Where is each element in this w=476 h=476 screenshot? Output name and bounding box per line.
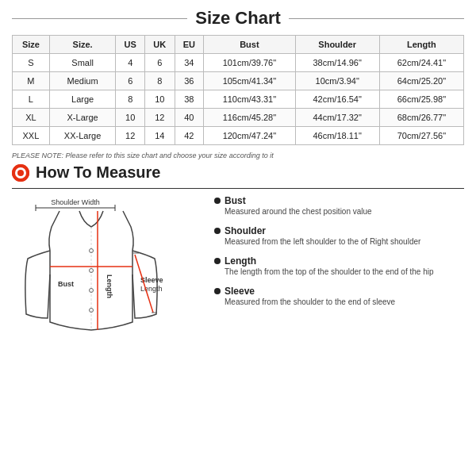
table-cell: 68cm/26.77": [379, 109, 463, 127]
table-cell: Large: [49, 90, 116, 109]
measurement-title-text: Shoulder: [225, 225, 266, 236]
table-row: XXLXX-Large121442120cm/47.24"46cm/18.11"…: [13, 127, 464, 145]
measurement-title: Shoulder: [214, 225, 464, 236]
table-row: XLX-Large101240116cm/45.28"44cm/17.32"68…: [13, 109, 464, 127]
how-icon: [12, 164, 29, 182]
table-header: US: [116, 36, 145, 54]
measurement-title-text: Bust: [225, 195, 246, 206]
table-cell: 40: [175, 109, 204, 127]
measurement-title: Length: [214, 255, 464, 267]
measurement-item: Bust Measured around the chest position …: [214, 195, 464, 217]
measurement-item: Sleeve Measured from the shoulder to the…: [214, 286, 464, 308]
table-cell: 36: [175, 72, 204, 90]
bullet-icon: [214, 198, 221, 204]
measurements-list: Bust Measured around the chest position …: [210, 195, 464, 388]
table-row: SSmall4634101cm/39.76"38cm/14.96"62cm/24…: [13, 54, 464, 72]
size-table: SizeSize.USUKEUBustShoulderLength SSmall…: [12, 35, 464, 145]
table-cell: 66cm/25.98": [379, 90, 463, 109]
table-cell: 46cm/18.11": [295, 127, 379, 145]
table-cell: 34: [175, 54, 204, 72]
table-row: LLarge81038110cm/43.31"42cm/16.54"66cm/2…: [13, 90, 464, 109]
bottom-section: Shoulder Width: [12, 195, 464, 388]
diagram-svg: Shoulder Width: [12, 195, 202, 386]
measurement-desc: Measured from the left shoulder to the o…: [225, 236, 464, 248]
table-cell: 38cm/14.96": [295, 54, 379, 72]
table-cell: 105cm/41.34": [204, 72, 295, 90]
title-line-right: [289, 18, 464, 19]
table-cell: 12: [116, 127, 145, 145]
svg-point-2: [17, 170, 24, 176]
table-cell: 10: [116, 109, 145, 127]
table-cell: 6: [116, 72, 145, 90]
table-cell: 42cm/16.54": [295, 90, 379, 109]
table-header-row: SizeSize.USUKEUBustShoulderLength: [13, 36, 464, 54]
measurement-title-text: Length: [225, 255, 256, 267]
table-cell: XL: [13, 109, 50, 127]
bullet-icon: [214, 228, 221, 234]
table-cell: 4: [116, 54, 145, 72]
table-cell: 110cm/43.31": [204, 90, 295, 109]
table-cell: 62cm/24.41": [379, 54, 463, 72]
table-cell: Medium: [49, 72, 116, 90]
table-cell: 42: [175, 127, 204, 145]
shoulder-width-label: Shoulder Width: [51, 198, 100, 206]
table-cell: 64cm/25.20": [379, 72, 463, 90]
diagram: Shoulder Width: [12, 195, 202, 388]
measurement-desc: The length from the top of the shoulder …: [225, 267, 464, 278]
measurement-desc: Measured around the chest position value: [225, 206, 464, 217]
measurement-item: Shoulder Measured from the left shoulder…: [214, 225, 464, 248]
note-text: PLEASE NOTE: Please refer to this size c…: [12, 152, 464, 159]
length-label: Length: [106, 274, 113, 298]
title-section: Size Chart: [12, 8, 464, 29]
table-cell: 10cm/3.94": [295, 72, 379, 90]
bullet-icon: [214, 258, 221, 264]
table-cell: 10: [145, 90, 175, 109]
table-header: Shoulder: [295, 36, 379, 54]
table-cell: 38: [175, 90, 204, 109]
measurement-title-text: Sleeve: [225, 286, 255, 297]
measurement-title: Bust: [214, 195, 464, 206]
table-cell: XX-Large: [49, 127, 116, 145]
table-cell: 101cm/39.76": [204, 54, 295, 72]
table-header: Size.: [49, 36, 116, 54]
table-cell: 6: [145, 54, 175, 72]
bullet-icon: [214, 288, 221, 294]
table-cell: 8: [116, 90, 145, 109]
table-header: Length: [379, 36, 463, 54]
table-cell: X-Large: [49, 109, 116, 127]
table-header: Size: [13, 36, 50, 54]
main-container: Size Chart SizeSize.USUKEUBustShoulderLe…: [0, 0, 476, 396]
how-to-measure-section: How To Measure: [12, 163, 464, 182]
table-cell: 8: [145, 72, 175, 90]
sleeve-label-2: Length: [140, 285, 163, 293]
measurement-title: Sleeve: [214, 286, 464, 297]
how-to-measure-title: How To Measure: [36, 163, 160, 182]
title-line-left: [12, 18, 187, 19]
table-header: Bust: [204, 36, 295, 54]
table-cell: 44cm/17.32": [295, 109, 379, 127]
table-cell: Small: [49, 54, 116, 72]
table-cell: S: [13, 54, 50, 72]
table-cell: 12: [145, 109, 175, 127]
table-cell: 120cm/47.24": [204, 127, 295, 145]
table-cell: 14: [145, 127, 175, 145]
measurement-desc: Measured from the shoulder to the end of…: [225, 297, 464, 308]
table-header: UK: [145, 36, 175, 54]
page-title: Size Chart: [195, 8, 281, 29]
measurement-item: Length The length from the top of the sh…: [214, 255, 464, 278]
table-cell: XXL: [13, 127, 50, 145]
table-row: MMedium6836105cm/41.34"10cm/3.94"64cm/25…: [13, 72, 464, 90]
table-cell: L: [13, 90, 50, 109]
table-cell: M: [13, 72, 50, 90]
bust-label: Bust: [58, 280, 74, 288]
table-header: EU: [175, 36, 204, 54]
table-cell: 116cm/45.28": [204, 109, 295, 127]
table-cell: 70cm/27.56": [379, 127, 463, 145]
divider: [12, 188, 464, 189]
